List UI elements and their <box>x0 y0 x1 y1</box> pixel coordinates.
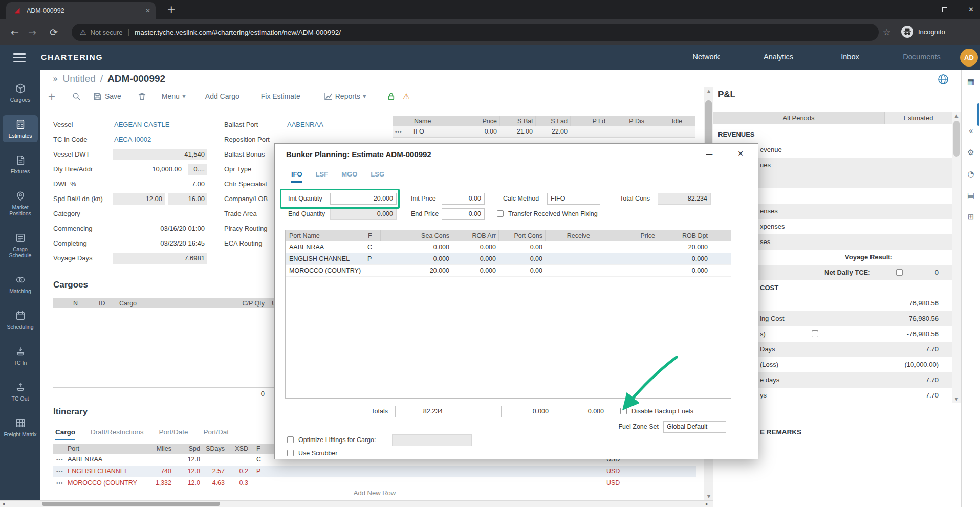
browser-tab[interactable]: ADM-000992 ✕ <box>6 2 156 19</box>
pnl-scrollbar[interactable]: ▲ ▼ <box>952 112 961 403</box>
disable-backup-fuels-checkbox[interactable] <box>620 408 627 414</box>
itinerary-row[interactable]: ••• MOROCCO (COUNTRY 1,332 12.0 4.63 0.3… <box>53 477 696 489</box>
modal-minimize-icon[interactable]: — <box>706 149 713 158</box>
expand-panel-icon[interactable]: » <box>53 74 58 84</box>
sidebar-item-scheduling[interactable]: Scheduling <box>3 306 38 334</box>
row-menu-icon[interactable]: ••• <box>56 454 63 466</box>
scroll-right-icon[interactable]: ▸ <box>706 501 708 507</box>
reports-chart-icon[interactable] <box>324 92 333 101</box>
collapse-icon[interactable]: « <box>962 126 980 136</box>
window-close-button[interactable]: ✕ <box>962 0 980 19</box>
tab-cargo[interactable]: Cargo <box>55 428 75 440</box>
delete-icon[interactable] <box>138 92 146 101</box>
bunker-grid-row[interactable]: AABENRAA C 0.000 0.000 0.00 20.000 <box>286 241 731 253</box>
daily-hire-field[interactable]: 10,000.00 <box>113 164 184 175</box>
end-quantity-input[interactable]: 0.000 <box>330 208 397 220</box>
tab-close-icon[interactable]: ✕ <box>145 7 150 14</box>
tab-port-dat[interactable]: Port/Dat <box>204 428 229 436</box>
tab-mgo[interactable]: MGO <box>341 170 357 183</box>
sidebar-item-tc-out[interactable]: TC Out <box>3 378 38 405</box>
tab-draft-restrictions[interactable]: Draft/Restrictions <box>91 428 144 436</box>
grid-icon[interactable]: ⊞ <box>962 212 980 222</box>
tab-lsf[interactable]: LSF <box>316 170 329 183</box>
scroll-down-icon[interactable]: ▼ <box>952 395 961 403</box>
add-new-row-button[interactable]: Add New Row <box>53 489 696 497</box>
completing-field[interactable]: 03/23/20 16:45 <box>113 238 207 249</box>
gear-icon[interactable]: ⚙ <box>962 148 980 157</box>
fix-estimate-button[interactable]: Fix Estimate <box>261 92 300 100</box>
category-field[interactable] <box>113 208 207 219</box>
bunker-grid-row[interactable]: ENGLISH CHANNEL P 0.000 0.000 0.00 0.000 <box>286 253 731 265</box>
nav-documents[interactable]: Documents <box>891 53 952 61</box>
fuel-zone-set-select[interactable]: Global Default <box>663 421 726 433</box>
sidebar-item-market-positions[interactable]: Market Positions <box>3 187 38 220</box>
vessel-dwt-field[interactable]: 41,540 <box>113 149 207 160</box>
scrollbar-thumb[interactable] <box>42 502 220 506</box>
address-bar[interactable]: ⚠ Not secure | master.tyche.veslink.com/… <box>72 24 879 41</box>
bookmark-star-icon[interactable]: ☆ <box>883 27 890 37</box>
scrollbar-thumb[interactable] <box>953 121 960 157</box>
breadcrumb-parent[interactable]: Untitled <box>62 73 95 84</box>
sidebar-item-freight-matrix[interactable]: Freight Matrix <box>3 414 38 441</box>
tce-checkbox[interactable] <box>896 269 903 276</box>
sidebar-item-cargoes[interactable]: Cargoes <box>3 79 38 106</box>
pie-chart-icon[interactable]: ◔ <box>962 169 980 179</box>
save-icon[interactable] <box>93 92 102 101</box>
scroll-left-icon[interactable]: ◂ <box>2 501 5 507</box>
add-icon[interactable]: + <box>48 91 56 102</box>
scroll-up-icon[interactable]: ▲ <box>704 87 713 95</box>
sidebar-item-tc-in[interactable]: TC In <box>3 342 38 369</box>
hamburger-menu-icon[interactable] <box>13 53 26 62</box>
speed-ballast-field[interactable]: 12.00 <box>113 193 165 205</box>
validation-warning-icon[interactable]: ⚠ <box>403 92 410 101</box>
dwf-field[interactable]: 7.00 <box>113 179 207 190</box>
avatar[interactable]: AD <box>960 49 978 67</box>
back-button[interactable]: ← <box>6 27 24 38</box>
sidebar-item-fixtures[interactable]: Fixtures <box>3 151 38 178</box>
speed-laden-field[interactable]: 16.00 <box>168 193 207 205</box>
nav-network[interactable]: Network <box>676 53 737 61</box>
modal-close-icon[interactable]: ✕ <box>737 149 744 158</box>
not-secure-label[interactable]: Not secure <box>91 29 123 36</box>
calc-method-select[interactable]: FIFO <box>547 193 600 205</box>
table-icon[interactable]: ▦ <box>962 77 980 86</box>
globe-icon[interactable] <box>937 73 949 85</box>
nav-analytics[interactable]: Analytics <box>748 53 809 61</box>
commencing-field[interactable]: 03/16/20 01:00 <box>113 223 207 234</box>
addr-field[interactable]: 0.... <box>188 164 207 175</box>
use-scrubber-checkbox[interactable] <box>287 450 294 456</box>
save-button[interactable]: Save <box>105 92 121 100</box>
nav-inbox[interactable]: Inbox <box>819 53 881 61</box>
menu-button[interactable]: Menu <box>162 92 180 100</box>
scrollbar-thumb[interactable] <box>705 100 712 146</box>
row-menu-icon[interactable]: ••• <box>393 126 411 137</box>
new-tab-button[interactable]: + <box>167 4 176 16</box>
ballast-port-field[interactable]: AABENRAA <box>286 119 360 130</box>
end-price-input[interactable]: 0.00 <box>442 208 485 220</box>
horizontal-scrollbar[interactable]: ◂ ▸ <box>0 500 713 507</box>
lock-icon[interactable] <box>387 92 396 101</box>
reports-button[interactable]: Reports <box>335 92 360 100</box>
add-cargo-button[interactable]: Add Cargo <box>205 92 239 100</box>
bunker-grid-row[interactable]: MOROCCO (COUNTRY) 20.000 0.000 0.00 0.00… <box>286 265 731 277</box>
transfer-received-checkbox[interactable] <box>497 210 504 217</box>
optimize-liftings-checkbox[interactable] <box>287 436 294 443</box>
tab-lsg[interactable]: LSG <box>371 170 384 183</box>
window-maximize-button[interactable] <box>933 0 956 19</box>
row-menu-icon[interactable]: ••• <box>56 477 63 489</box>
url-text[interactable]: master.tyche.veslink.com/#chartering/est… <box>135 29 341 36</box>
fuel-grid-row[interactable]: ••• IFO 0.00 21.00 22.00 <box>393 126 695 138</box>
voyage-days-field[interactable]: 7.6981 <box>113 253 207 264</box>
tc-in-code-field[interactable]: AECA-I0002 <box>113 134 207 145</box>
sidebar-item-cargo-schedule[interactable]: Cargo Schedule <box>3 229 38 262</box>
document-icon[interactable]: ▤ <box>962 191 980 200</box>
optimize-liftings-input[interactable] <box>392 434 472 446</box>
sidebar-item-estimates[interactable]: Estimates <box>3 115 38 142</box>
window-minimize-button[interactable]: — <box>903 0 926 19</box>
scroll-up-icon[interactable]: ▲ <box>952 112 961 120</box>
itinerary-row[interactable]: ••• ENGLISH CHANNEL 740 12.0 2.57 0.2 P … <box>53 466 696 477</box>
forward-button[interactable]: → <box>24 27 41 38</box>
tab-ifo[interactable]: IFO <box>291 170 302 183</box>
search-icon[interactable] <box>72 92 81 101</box>
scroll-down-icon[interactable]: ▼ <box>704 492 713 500</box>
